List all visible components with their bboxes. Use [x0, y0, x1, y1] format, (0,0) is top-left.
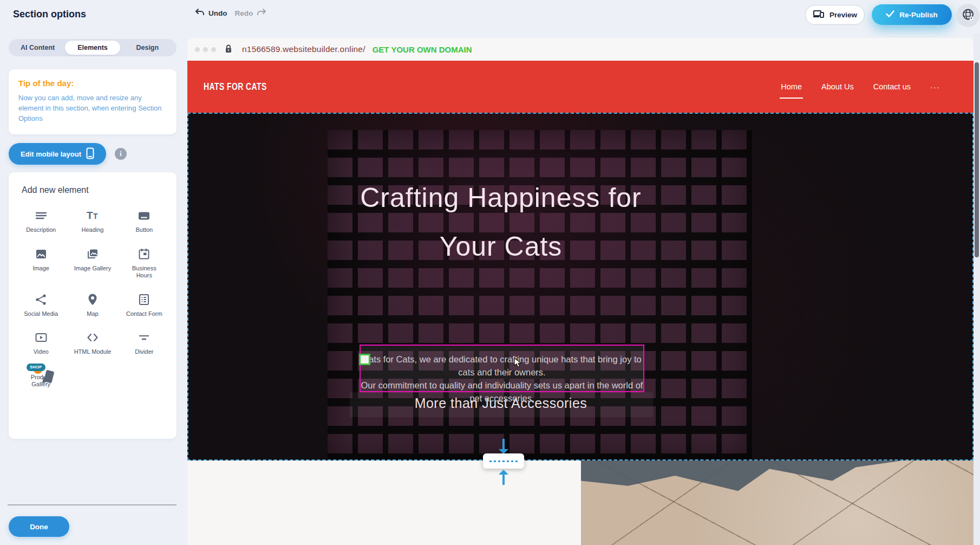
- selected-text-element[interactable]: Hats for Cats, we are dedicated to craft…: [360, 345, 644, 392]
- heading-icon: TT: [86, 209, 100, 222]
- section-resize-handle[interactable]: [483, 453, 524, 469]
- site-url[interactable]: n1566589.websitebuilder.online/: [242, 44, 365, 54]
- redo-label: Redo: [235, 9, 253, 17]
- add-element-panel: Add new element Description TT Heading B…: [9, 172, 177, 439]
- html-module-icon: [86, 331, 100, 344]
- add-panel-title: Add new element: [15, 185, 170, 195]
- sidebar-divider: [8, 504, 177, 505]
- language-globe-button[interactable]: [956, 4, 979, 27]
- resize-handle-dashes: [489, 460, 518, 462]
- description-icon: [34, 209, 48, 222]
- next-section-blank[interactable]: [187, 460, 581, 545]
- image-icon: [34, 248, 48, 261]
- redo-icon: [257, 8, 266, 18]
- image-gallery-icon: [86, 248, 100, 261]
- social-media-icon: [34, 293, 48, 306]
- element-divider[interactable]: Divider: [119, 331, 170, 356]
- preview-button[interactable]: Preview: [805, 5, 865, 25]
- preview-scrollbar-thumb[interactable]: [975, 62, 979, 257]
- hero-body-text: Hats for Cats, we are dedicated to craft…: [361, 346, 643, 405]
- browser-chrome-bar: n1566589.websitebuilder.online/ GET YOUR…: [187, 38, 974, 61]
- element-image-gallery[interactable]: Image Gallery: [67, 248, 118, 280]
- divider-icon: [137, 331, 151, 344]
- map-icon: [86, 293, 100, 306]
- video-icon: [34, 331, 48, 344]
- devices-icon: [813, 9, 825, 21]
- photo-shadow: [581, 460, 974, 545]
- element-button[interactable]: Button: [119, 209, 170, 234]
- element-contact-form[interactable]: Contact Form: [119, 293, 170, 318]
- done-button[interactable]: Done: [9, 516, 69, 537]
- sidebar-tabs: AI Content Elements Design: [9, 39, 177, 56]
- site-nav: Home About Us Contact us ···: [781, 61, 940, 113]
- undo-label: Undo: [208, 9, 227, 17]
- resize-arrow-up: [502, 475, 505, 485]
- element-grid: Description TT Heading Button Image Imag…: [15, 209, 170, 388]
- tab-elements[interactable]: Elements: [65, 41, 120, 55]
- next-section-photo[interactable]: [581, 460, 974, 545]
- edit-mobile-label: Edit mobile layout: [21, 150, 81, 158]
- element-image[interactable]: Image: [15, 248, 67, 280]
- nav-home[interactable]: Home: [781, 79, 802, 94]
- element-description[interactable]: Description: [15, 209, 67, 234]
- business-hours-icon: [137, 248, 151, 261]
- check-icon: [886, 10, 894, 19]
- undo-icon: [195, 8, 205, 18]
- redo-button[interactable]: Redo: [235, 8, 267, 18]
- nav-about-us[interactable]: About Us: [821, 79, 854, 94]
- svg-text:T: T: [93, 212, 98, 220]
- hero-heading[interactable]: Crafting Happiness for Your Cats: [284, 173, 717, 271]
- nav-contact-us[interactable]: Contact us: [873, 79, 911, 94]
- site-logo[interactable]: HATS FOR CATS: [204, 81, 267, 93]
- nav-more-menu[interactable]: ···: [930, 82, 940, 92]
- window-control-dots: [195, 47, 216, 52]
- get-domain-link[interactable]: GET YOUR OWN DOMAIN: [373, 45, 472, 54]
- element-product-gallery[interactable]: ↑ SHOP Product Gallery: [15, 369, 67, 388]
- element-business-hours[interactable]: Business Hours: [119, 248, 170, 280]
- button-icon: [137, 209, 151, 222]
- info-icon[interactable]: i: [115, 148, 127, 160]
- tab-design[interactable]: Design: [120, 41, 175, 55]
- site-header: HATS FOR CATS Home About Us Contact us ·…: [187, 61, 974, 113]
- edit-mobile-layout-button[interactable]: Edit mobile layout: [9, 143, 106, 165]
- contact-form-icon: [137, 293, 151, 306]
- element-social-media[interactable]: Social Media: [15, 293, 67, 318]
- tip-body: Now you can add, move and resize any ele…: [18, 93, 167, 124]
- republish-button[interactable]: Re-Publish: [872, 4, 952, 25]
- element-heading[interactable]: TT Heading: [67, 209, 118, 234]
- resize-arrow-down: [502, 439, 505, 449]
- shop-badge: SHOP: [27, 364, 45, 371]
- page-title: Section options: [13, 9, 86, 20]
- element-drag-handle[interactable]: [359, 354, 370, 365]
- lock-icon: [225, 44, 232, 55]
- preview-label: Preview: [829, 11, 857, 19]
- element-video[interactable]: Video: [15, 331, 67, 356]
- undo-button[interactable]: Undo: [195, 8, 227, 18]
- element-map[interactable]: Map: [67, 293, 118, 318]
- globe-icon: [962, 8, 975, 23]
- tab-ai-content[interactable]: AI Content: [10, 41, 65, 55]
- element-html-module[interactable]: HTML Module: [67, 331, 118, 356]
- hero-section[interactable]: Crafting Happiness for Your Cats More th…: [187, 113, 974, 460]
- republish-label: Re-Publish: [899, 11, 938, 19]
- tip-of-the-day-card: Tip of the day: Now you can add, move an…: [9, 69, 177, 134]
- tip-title: Tip of the day:: [18, 79, 167, 88]
- undo-redo-group: Undo Redo: [195, 8, 266, 18]
- mobile-phone-icon: [86, 147, 94, 161]
- svg-text:T: T: [87, 210, 93, 221]
